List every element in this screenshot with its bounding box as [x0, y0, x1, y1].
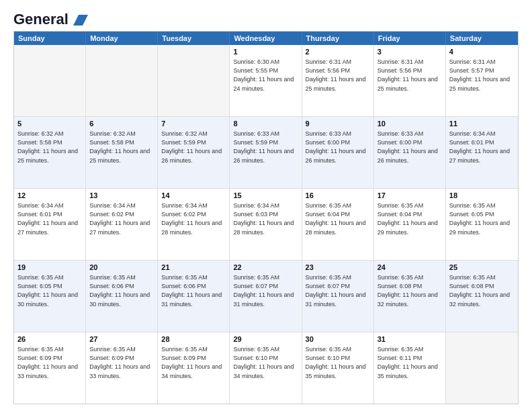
calendar-cell: 14Sunrise: 6:34 AM Sunset: 6:02 PM Dayli… — [158, 189, 230, 260]
calendar-header: SundayMondayTuesdayWednesdayThursdayFrid… — [14, 32, 518, 45]
header: General — [13, 12, 519, 26]
cell-info: Sunrise: 6:34 AM Sunset: 6:01 PM Dayligh… — [17, 202, 78, 235]
day-number: 10 — [378, 119, 442, 129]
page: General SundayMondayTuesdayWednesdayThur… — [0, 0, 532, 411]
cell-info: Sunrise: 6:34 AM Sunset: 6:02 PM Dayligh… — [89, 202, 150, 235]
day-number: 18 — [449, 191, 515, 201]
calendar-cell: 2Sunrise: 6:31 AM Sunset: 5:56 PM Daylig… — [302, 45, 374, 116]
cell-info: Sunrise: 6:35 AM Sunset: 6:09 PM Dayligh… — [89, 346, 150, 379]
calendar-cell: 18Sunrise: 6:35 AM Sunset: 6:05 PM Dayli… — [446, 189, 518, 260]
calendar-row-2: 12Sunrise: 6:34 AM Sunset: 6:01 PM Dayli… — [14, 188, 518, 260]
calendar-cell: 21Sunrise: 6:35 AM Sunset: 6:06 PM Dayli… — [158, 261, 230, 332]
calendar-cell: 29Sunrise: 6:35 AM Sunset: 6:10 PM Dayli… — [230, 332, 302, 404]
day-number: 27 — [89, 334, 154, 345]
cell-info: Sunrise: 6:32 AM Sunset: 5:58 PM Dayligh… — [89, 130, 150, 163]
calendar-cell: 15Sunrise: 6:34 AM Sunset: 6:03 PM Dayli… — [230, 189, 302, 260]
day-number: 14 — [161, 191, 226, 201]
weekday-header-friday: Friday — [374, 32, 446, 45]
day-number: 20 — [89, 263, 154, 273]
calendar-cell: 19Sunrise: 6:35 AM Sunset: 6:05 PM Dayli… — [14, 261, 86, 332]
day-number: 23 — [306, 263, 370, 273]
day-number: 26 — [17, 334, 82, 345]
day-number: 19 — [17, 263, 82, 273]
cell-info: Sunrise: 6:35 AM Sunset: 6:10 PM Dayligh… — [306, 346, 366, 379]
cell-info: Sunrise: 6:35 AM Sunset: 6:11 PM Dayligh… — [378, 346, 438, 379]
calendar-cell: 24Sunrise: 6:35 AM Sunset: 6:08 PM Dayli… — [374, 261, 446, 332]
cell-info: Sunrise: 6:35 AM Sunset: 6:08 PM Dayligh… — [449, 274, 510, 307]
cell-info: Sunrise: 6:35 AM Sunset: 6:08 PM Dayligh… — [378, 274, 438, 307]
cell-info: Sunrise: 6:35 AM Sunset: 6:04 PM Dayligh… — [378, 202, 438, 235]
calendar-cell: 22Sunrise: 6:35 AM Sunset: 6:07 PM Dayli… — [230, 261, 302, 332]
calendar-cell: 12Sunrise: 6:34 AM Sunset: 6:01 PM Dayli… — [14, 189, 86, 260]
calendar-cell: 28Sunrise: 6:35 AM Sunset: 6:09 PM Dayli… — [158, 332, 230, 404]
day-number: 2 — [306, 47, 370, 57]
cell-info: Sunrise: 6:35 AM Sunset: 6:09 PM Dayligh… — [161, 346, 222, 379]
calendar-cell: 9Sunrise: 6:33 AM Sunset: 6:00 PM Daylig… — [302, 117, 374, 188]
day-number: 30 — [306, 334, 370, 345]
calendar-cell: 26Sunrise: 6:35 AM Sunset: 6:09 PM Dayli… — [14, 332, 86, 404]
calendar-cell — [158, 45, 230, 116]
day-number: 31 — [378, 334, 442, 345]
calendar-cell: 13Sunrise: 6:34 AM Sunset: 6:02 PM Dayli… — [86, 189, 158, 260]
day-number: 29 — [233, 334, 298, 345]
calendar-row-0: 1Sunrise: 6:30 AM Sunset: 5:55 PM Daylig… — [14, 45, 518, 116]
cell-info: Sunrise: 6:35 AM Sunset: 6:05 PM Dayligh… — [449, 202, 510, 235]
calendar-cell: 8Sunrise: 6:33 AM Sunset: 5:59 PM Daylig… — [230, 117, 302, 188]
day-number: 1 — [233, 47, 298, 57]
weekday-header-wednesday: Wednesday — [230, 32, 302, 45]
calendar-cell: 16Sunrise: 6:35 AM Sunset: 6:04 PM Dayli… — [302, 189, 374, 260]
calendar-body: 1Sunrise: 6:30 AM Sunset: 5:55 PM Daylig… — [14, 45, 518, 404]
cell-info: Sunrise: 6:34 AM Sunset: 6:01 PM Dayligh… — [449, 130, 510, 163]
day-number: 3 — [378, 47, 442, 57]
day-number: 13 — [89, 191, 154, 201]
calendar-cell: 10Sunrise: 6:33 AM Sunset: 6:00 PM Dayli… — [374, 117, 446, 188]
cell-info: Sunrise: 6:33 AM Sunset: 5:59 PM Dayligh… — [233, 130, 294, 163]
cell-info: Sunrise: 6:35 AM Sunset: 6:09 PM Dayligh… — [17, 346, 78, 379]
logo-text: General — [13, 12, 89, 27]
day-number: 21 — [161, 263, 226, 273]
cell-info: Sunrise: 6:35 AM Sunset: 6:10 PM Dayligh… — [233, 346, 294, 379]
calendar: SundayMondayTuesdayWednesdayThursdayFrid… — [13, 31, 519, 404]
day-number: 8 — [233, 119, 298, 129]
calendar-cell — [86, 45, 158, 116]
day-number: 24 — [378, 263, 442, 273]
weekday-header-saturday: Saturday — [446, 32, 518, 45]
day-number: 11 — [449, 119, 515, 129]
calendar-cell: 7Sunrise: 6:32 AM Sunset: 5:59 PM Daylig… — [158, 117, 230, 188]
day-number: 17 — [378, 191, 442, 201]
cell-info: Sunrise: 6:32 AM Sunset: 5:59 PM Dayligh… — [161, 130, 222, 163]
cell-info: Sunrise: 6:35 AM Sunset: 6:04 PM Dayligh… — [306, 202, 366, 235]
day-number: 5 — [17, 119, 82, 129]
day-number: 7 — [161, 119, 226, 129]
cell-info: Sunrise: 6:31 AM Sunset: 5:56 PM Dayligh… — [378, 58, 438, 91]
cell-info: Sunrise: 6:33 AM Sunset: 6:00 PM Dayligh… — [306, 130, 366, 163]
day-number: 4 — [449, 47, 515, 57]
calendar-cell: 25Sunrise: 6:35 AM Sunset: 6:08 PM Dayli… — [446, 261, 518, 332]
calendar-cell: 1Sunrise: 6:30 AM Sunset: 5:55 PM Daylig… — [230, 45, 302, 116]
cell-info: Sunrise: 6:35 AM Sunset: 6:05 PM Dayligh… — [17, 274, 78, 307]
cell-info: Sunrise: 6:31 AM Sunset: 5:56 PM Dayligh… — [306, 58, 366, 91]
day-number: 16 — [306, 191, 370, 201]
day-number: 15 — [233, 191, 298, 201]
calendar-cell: 20Sunrise: 6:35 AM Sunset: 6:06 PM Dayli… — [86, 261, 158, 332]
calendar-cell: 17Sunrise: 6:35 AM Sunset: 6:04 PM Dayli… — [374, 189, 446, 260]
calendar-cell: 30Sunrise: 6:35 AM Sunset: 6:10 PM Dayli… — [302, 332, 374, 404]
day-number: 12 — [17, 191, 82, 201]
calendar-cell: 23Sunrise: 6:35 AM Sunset: 6:07 PM Dayli… — [302, 261, 374, 332]
cell-info: Sunrise: 6:30 AM Sunset: 5:55 PM Dayligh… — [233, 58, 294, 91]
calendar-cell: 11Sunrise: 6:34 AM Sunset: 6:01 PM Dayli… — [446, 117, 518, 188]
calendar-cell: 3Sunrise: 6:31 AM Sunset: 5:56 PM Daylig… — [374, 45, 446, 116]
cell-info: Sunrise: 6:31 AM Sunset: 5:57 PM Dayligh… — [449, 58, 510, 91]
cell-info: Sunrise: 6:33 AM Sunset: 6:00 PM Dayligh… — [378, 130, 438, 163]
calendar-cell: 31Sunrise: 6:35 AM Sunset: 6:11 PM Dayli… — [374, 332, 446, 404]
calendar-cell: 27Sunrise: 6:35 AM Sunset: 6:09 PM Dayli… — [86, 332, 158, 404]
calendar-cell: 4Sunrise: 6:31 AM Sunset: 5:57 PM Daylig… — [446, 45, 518, 116]
calendar-row-3: 19Sunrise: 6:35 AM Sunset: 6:05 PM Dayli… — [14, 260, 518, 332]
calendar-cell: 6Sunrise: 6:32 AM Sunset: 5:58 PM Daylig… — [86, 117, 158, 188]
weekday-header-sunday: Sunday — [14, 32, 86, 45]
cell-info: Sunrise: 6:32 AM Sunset: 5:58 PM Dayligh… — [17, 130, 78, 163]
calendar-cell — [446, 332, 518, 404]
weekday-header-monday: Monday — [86, 32, 158, 45]
cell-info: Sunrise: 6:34 AM Sunset: 6:03 PM Dayligh… — [233, 202, 294, 235]
cell-info: Sunrise: 6:35 AM Sunset: 6:06 PM Dayligh… — [89, 274, 150, 307]
